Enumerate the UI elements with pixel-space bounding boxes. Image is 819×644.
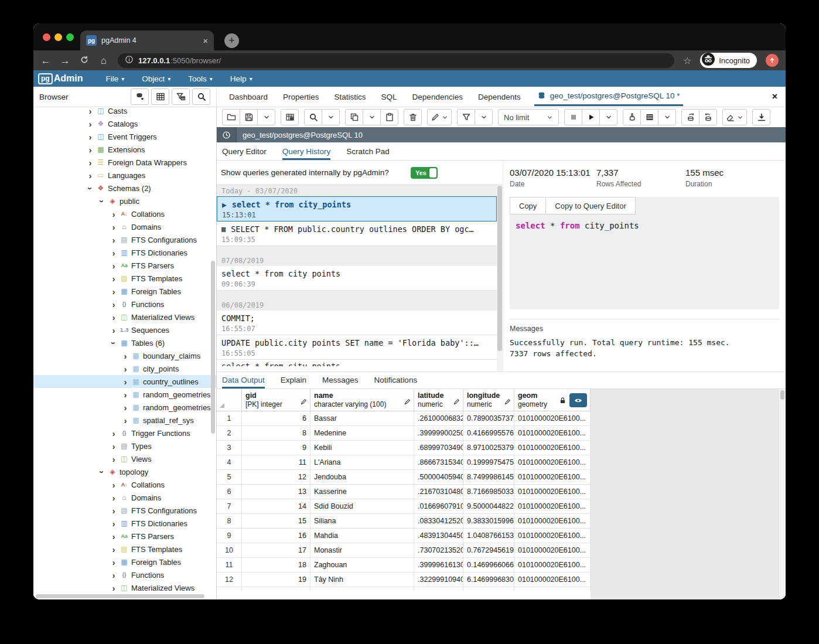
tab-statistics[interactable]: Statistics — [335, 93, 366, 101]
tree-item-foreign-tables[interactable]: ›▦Foreign Tables — [33, 285, 216, 298]
history-entry[interactable]: ▶select * from city_points15:13:01 — [217, 196, 497, 222]
tree-item-views[interactable]: ›◫Views — [33, 452, 216, 465]
chevron-right-icon[interactable]: › — [109, 287, 118, 297]
history-entry[interactable]: UPDATE public.city_points SET name = 'Fl… — [217, 335, 497, 360]
table-row[interactable]: 1219Tây Ninh.322999109406.14699968300010… — [217, 573, 591, 587]
tree-item-materialized-views[interactable]: ›◫Materialized Views — [33, 581, 216, 594]
pencil-icon[interactable] — [504, 397, 511, 407]
chevron-right-icon[interactable]: › — [109, 493, 118, 503]
chevron-right-icon[interactable]: › — [109, 428, 118, 438]
back-icon[interactable]: ← — [40, 56, 51, 66]
history-entry[interactable]: ▦SELECT * FROM public.country_outlines O… — [217, 222, 497, 246]
tree-vertical-scrollbar[interactable] — [211, 261, 215, 434]
grid-icon[interactable] — [151, 88, 169, 105]
tree-item-casts[interactable]: ›◫Casts — [33, 107, 216, 117]
tree-item-domains[interactable]: ›⌂Domains — [33, 491, 216, 504]
copy-to-query-editor-button[interactable]: Copy to Query Editor — [545, 197, 635, 214]
chevron-right-icon[interactable]: › — [109, 325, 118, 335]
find-dropdown[interactable] — [322, 109, 340, 125]
filter-dropdown[interactable] — [475, 109, 493, 125]
download-button[interactable] — [752, 109, 770, 125]
tree-item-materialized-views[interactable]: ›◫Materialized Views — [33, 311, 216, 323]
history-entry[interactable]: COMMIT;16:55:07 — [217, 311, 497, 335]
tree-item-foreign-data-wrappers[interactable]: ›☰Foreign Data Wrappers — [33, 156, 216, 169]
tab-explain[interactable]: Explain — [281, 376, 306, 389]
tab-dashboard[interactable]: Dashboard — [229, 93, 268, 101]
history-entry[interactable]: select * from city_points — [217, 360, 497, 366]
tree-item-topology[interactable]: ›◈topology — [33, 465, 216, 478]
chevron-right-icon[interactable]: › — [109, 248, 118, 258]
tree-item-fts-parsers[interactable]: ›AaFTS Parsers — [33, 259, 216, 272]
chevron-right-icon[interactable]: › — [121, 390, 130, 400]
tree-item-collations[interactable]: ›A↓Collations — [33, 207, 216, 220]
save-button[interactable] — [240, 109, 258, 125]
chevron-right-icon[interactable]: › — [86, 145, 95, 155]
find-button[interactable] — [304, 109, 322, 125]
tab-query-tool-active[interactable]: geo_test/postgres@PostgreSQL 10 * — [534, 88, 683, 106]
tree-item-types[interactable]: ›▤Types — [33, 439, 216, 452]
column-header-name[interactable]: namecharacter varying (100) — [310, 389, 414, 411]
chevron-right-icon[interactable]: › — [109, 274, 118, 284]
chevron-right-icon[interactable]: › — [86, 132, 95, 142]
table-list-dropdown[interactable] — [658, 109, 676, 125]
chevron-right-icon[interactable]: › — [109, 480, 118, 490]
tab-query-history[interactable]: Query History — [282, 147, 331, 160]
tree-item-extensions[interactable]: ›▦Extensions — [33, 143, 216, 156]
chevron-right-icon[interactable]: › — [121, 403, 130, 413]
chevron-right-icon[interactable]: › — [86, 171, 95, 180]
home-icon[interactable]: ⌂ — [98, 56, 109, 66]
tree-item-domains[interactable]: ›⌂Domains — [33, 220, 216, 233]
tree-item-random-geometries[interactable]: ›▦random_geometries — [33, 401, 216, 414]
tab-dependencies[interactable]: Dependencies — [412, 93, 463, 101]
stop-button[interactable] — [564, 109, 582, 125]
delete-button[interactable] — [404, 109, 422, 125]
chevron-right-icon[interactable]: › — [109, 261, 118, 271]
tree-item-fts-templates[interactable]: ›▤FTS Templates — [33, 272, 216, 285]
pencil-icon[interactable] — [301, 397, 307, 407]
chevron-right-icon[interactable]: › — [109, 209, 118, 219]
tree-item-fts-dictionaries[interactable]: ›▥FTS Dictionaries — [33, 517, 216, 530]
chevron-right-icon[interactable]: › — [109, 235, 118, 245]
table-row[interactable]: 1118Zaghouan.399996161300.14699660660010… — [217, 558, 591, 573]
tree-item-sequences[interactable]: ›1..3Sequences — [33, 323, 216, 336]
tree-item-country-outlines[interactable]: ›▦country_outlines — [33, 375, 216, 388]
clear-button[interactable] — [722, 109, 747, 125]
chevron-right-icon[interactable]: › — [109, 441, 118, 451]
tree-item-fts-parsers[interactable]: ›AaFTS Parsers — [33, 530, 216, 543]
table-row[interactable]: 613Kasserine.216703104808.71669850332010… — [217, 485, 591, 499]
tree-item-spatial-ref-sys[interactable]: ›▦spatial_ref_sys — [33, 414, 216, 427]
menu-tools[interactable]: Tools▾ — [188, 74, 213, 83]
menu-object[interactable]: Object▾ — [142, 74, 170, 83]
column-header-latitude[interactable]: latitudenumeric — [414, 389, 463, 411]
chevron-right-icon[interactable]: › — [109, 299, 118, 309]
chevron-right-icon[interactable]: › — [121, 364, 130, 374]
view-geometry-button[interactable] — [569, 393, 587, 407]
chevron-right-icon[interactable]: › — [109, 519, 118, 529]
new-tab-button[interactable]: + — [224, 33, 239, 48]
history-scrollbar[interactable] — [497, 185, 503, 372]
url-bar[interactable]: 127.0.0.1 :5050/browser/ — [118, 53, 674, 68]
tree-item-catalogs[interactable]: ›❖Catalogs — [33, 117, 216, 130]
table-row[interactable]: 714Sdid Bouzid.016696079109.500004482260… — [217, 499, 591, 514]
filter-grid-icon[interactable] — [172, 88, 190, 105]
tab-notifications[interactable]: Notifications — [374, 376, 418, 389]
chevron-right-icon[interactable]: › — [109, 544, 118, 554]
column-header-geom[interactable]: geomgeometry — [514, 389, 591, 411]
tree-item-fts-dictionaries[interactable]: ›▥FTS Dictionaries — [33, 246, 216, 259]
tree-item-public[interactable]: ›◈public — [33, 195, 216, 207]
chevron-down-icon[interactable]: › — [86, 183, 95, 193]
chevron-right-icon[interactable]: › — [121, 351, 130, 361]
chevron-right-icon[interactable]: › — [86, 158, 95, 168]
traffic-light-minimize[interactable] — [54, 33, 62, 41]
chevron-right-icon[interactable]: › — [109, 557, 118, 567]
history-scrollbar-thumb[interactable] — [497, 186, 502, 351]
grid-vertical-scrollbar[interactable] — [779, 389, 786, 599]
db-refresh-icon[interactable] — [131, 88, 149, 105]
paste-button[interactable] — [380, 109, 398, 125]
tree-item-languages[interactable]: ›▭Languages — [33, 169, 216, 182]
info-icon[interactable] — [125, 55, 134, 66]
chevron-right-icon[interactable]: › — [109, 570, 118, 580]
tree-item-fts-templates[interactable]: ›▤FTS Templates — [33, 543, 216, 556]
tree-item-fts-configurations[interactable]: ›▤FTS Configurations — [33, 504, 216, 517]
edit-options-button[interactable] — [427, 109, 452, 125]
